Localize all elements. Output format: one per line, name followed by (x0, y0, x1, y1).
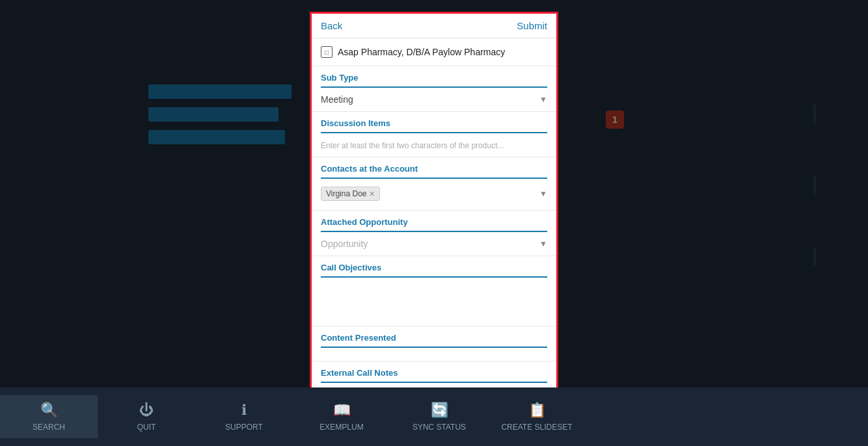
nav-item-search[interactable]: 🔍 SEARCH (0, 395, 98, 438)
external-call-notes-label: External Call Notes (321, 361, 547, 383)
exemplum-icon: 📖 (333, 402, 351, 419)
opportunity-select[interactable]: Opportunity ▼ (321, 232, 547, 256)
discussion-items-section: Discussion Items (312, 112, 556, 157)
call-objectives-section: Call Objectives (312, 256, 556, 326)
modal-header: Back Submit (312, 14, 556, 38)
nav-search-label: SEARCH (33, 423, 65, 432)
sub-type-section: Sub Type Meeting ▼ (312, 66, 556, 112)
contacts-row[interactable]: Virgina Doe ✕ ▼ (321, 179, 547, 210)
nav-item-support[interactable]: ℹ SUPPORT (195, 395, 293, 438)
attached-opportunity-label: Attached Opportunity (321, 211, 547, 232)
opportunity-chevron-icon: ▼ (539, 239, 547, 248)
contact-chip-remove[interactable]: ✕ (369, 190, 375, 198)
contacts-tags: Virgina Doe ✕ (321, 183, 380, 205)
discussion-items-input[interactable] (321, 133, 547, 157)
contacts-chevron-icon: ▼ (539, 189, 547, 198)
call-objectives-label: Call Objectives (321, 256, 547, 278)
back-button[interactable]: Back (321, 20, 342, 31)
contact-chip-label: Virgina Doe (326, 189, 366, 198)
sub-type-label: Sub Type (321, 66, 547, 88)
sub-type-select[interactable]: Meeting ▼ (321, 88, 547, 111)
sub-type-value: Meeting (321, 94, 353, 105)
nav-item-quit[interactable]: ⏻ QUIT (98, 395, 195, 438)
account-row: □ Asap Pharmacy, D/B/A Paylow Pharmacy (312, 38, 556, 66)
contact-chip-virgina: Virgina Doe ✕ (321, 187, 380, 201)
call-objectives-textarea[interactable] (321, 278, 547, 323)
nav-support-label: SUPPORT (225, 423, 263, 432)
bottom-navigation: 🔍 SEARCH ⏻ QUIT ℹ SUPPORT 📖 EXEMPLUM 🔄 S… (0, 387, 868, 446)
contacts-label: Contacts at the Account (321, 157, 547, 179)
slideset-icon: 📋 (528, 402, 546, 419)
nav-sync-label: SYNC STATUS (413, 423, 466, 432)
search-icon: 🔍 (40, 402, 58, 419)
sync-icon: 🔄 (431, 402, 448, 419)
nav-item-sync[interactable]: 🔄 SYNC STATUS (390, 395, 488, 438)
attached-opportunity-section: Attached Opportunity Opportunity ▼ (312, 211, 556, 256)
account-icon: □ (321, 46, 332, 58)
discussion-items-label: Discussion Items (321, 112, 547, 133)
opportunity-placeholder: Opportunity (321, 239, 368, 249)
nav-create-label: CREATE SLIDESET (501, 423, 572, 432)
nav-exemplum-label: EXEMPLUM (319, 423, 363, 432)
support-icon: ℹ (241, 402, 247, 419)
modal-form: Back Submit □ Asap Pharmacy, D/B/A Paylo… (310, 12, 558, 434)
contacts-section: Contacts at the Account Virgina Doe ✕ ▼ (312, 157, 556, 211)
content-presented-label: Content Presented (321, 326, 547, 348)
nav-item-exemplum[interactable]: 📖 EXEMPLUM (293, 395, 390, 438)
account-name: Asap Pharmacy, D/B/A Paylow Pharmacy (338, 47, 505, 57)
quit-icon: ⏻ (139, 402, 154, 419)
content-presented-section: Content Presented (312, 326, 556, 361)
submit-button[interactable]: Submit (517, 20, 547, 31)
nav-item-create-slideset[interactable]: 📋 CREATE SLIDESET (488, 395, 586, 438)
chevron-down-icon: ▼ (539, 95, 547, 104)
nav-quit-label: QUIT (137, 423, 156, 432)
